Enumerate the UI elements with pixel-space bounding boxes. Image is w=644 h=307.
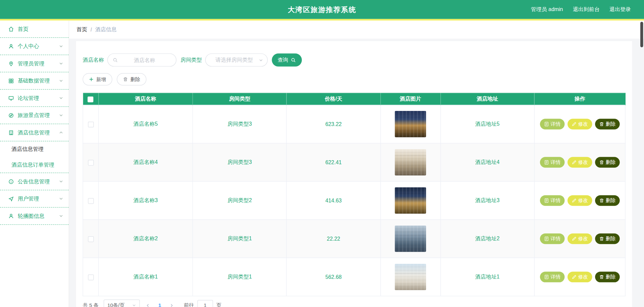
price-cell: 562.68 (286, 258, 380, 296)
hotel-image[interactable] (395, 226, 426, 252)
room-type-label: 房间类型 (180, 56, 202, 64)
search-form: 酒店名称 房间类型 请选择房间类型 查询 (83, 53, 625, 66)
edit-button[interactable]: 修改 (568, 157, 592, 168)
scrollbar[interactable] (640, 22, 643, 47)
batch-delete-button[interactable]: 删除 (117, 73, 146, 85)
row-delete-button[interactable]: 删除 (595, 271, 620, 282)
sidebar-item-forum-management[interactable]: 论坛管理 (0, 89, 69, 107)
sidebar-item-hotel-info-management[interactable]: 酒店信息管理 (0, 124, 69, 141)
hotel-image[interactable] (395, 149, 426, 175)
building-icon (8, 130, 14, 135)
sidebar-item-label: 个人中心 (18, 43, 55, 50)
hotel-name-cell: 酒店名称5 (99, 105, 193, 143)
chevron-down-icon (59, 78, 63, 83)
edit-button[interactable]: 修改 (568, 271, 592, 282)
hotel-name-label: 酒店名称 (83, 56, 104, 64)
grid-icon (8, 78, 14, 83)
detail-button[interactable]: 详情 (540, 157, 565, 168)
price-cell: 623.22 (286, 105, 380, 143)
column-header-actions: 操作 (534, 93, 625, 105)
trash-icon (599, 160, 604, 165)
row-delete-button[interactable]: 删除 (595, 233, 620, 244)
row-checkbox[interactable] (88, 160, 94, 166)
search-icon (291, 57, 296, 63)
column-header-image: 酒店图片 (380, 93, 440, 105)
edit-button[interactable]: 修改 (568, 119, 592, 129)
sidebar-item-label: 酒店信息管理 (18, 129, 55, 136)
table-row: 酒店名称5 房间类型3 623.22 酒店地址5 详情 修改 删除 (83, 105, 625, 143)
edit-button[interactable]: 修改 (568, 195, 592, 206)
hotel-image[interactable] (395, 111, 426, 137)
document-icon (544, 160, 549, 165)
detail-button[interactable]: 详情 (540, 233, 565, 244)
detail-button[interactable]: 详情 (540, 195, 565, 206)
query-button-label: 查询 (278, 56, 288, 64)
room-type-cell: 房间类型1 (193, 220, 287, 258)
sidebar-item-admin-management[interactable]: 管理员管理 (0, 55, 69, 72)
goto-label: 前往 (184, 302, 194, 307)
detail-button[interactable]: 详情 (540, 271, 565, 282)
room-type-select[interactable]: 请选择房间类型 (205, 53, 268, 66)
page-unit-label: 页 (216, 302, 221, 307)
row-delete-button[interactable]: 删除 (595, 157, 620, 168)
exit-to-front-link[interactable]: 退出到前台 (573, 6, 600, 13)
sidebar-item-scenic-spot-management[interactable]: 旅游景点管理 (0, 107, 69, 124)
query-button[interactable]: 查询 (272, 53, 302, 66)
row-checkbox[interactable] (88, 198, 94, 204)
sidebar-item-basic-data-management[interactable]: 基础数据管理 (0, 72, 69, 89)
sidebar-item-user-management[interactable]: 用户管理 (0, 190, 69, 207)
row-checkbox[interactable] (88, 236, 94, 242)
delete-button-label: 删除 (130, 76, 140, 83)
sidebar-item-personal-center[interactable]: 个人中心 (0, 38, 69, 55)
breadcrumb-home[interactable]: 首页 (76, 26, 87, 33)
hotel-address-cell: 酒店地址2 (440, 220, 534, 258)
sidebar: 首页 个人中心 管理员管理 基础数据管理 (0, 20, 69, 307)
hotel-name-input[interactable] (118, 57, 171, 63)
user-icon (8, 43, 14, 49)
prev-page-button[interactable] (143, 303, 153, 307)
home-icon (8, 26, 14, 32)
page-number-1[interactable]: 1 (156, 302, 164, 307)
row-checkbox[interactable] (88, 274, 94, 280)
room-type-cell: 房间类型3 (193, 143, 287, 181)
next-page-button[interactable] (167, 303, 176, 307)
price-cell: 414.63 (286, 181, 380, 220)
trash-icon (599, 198, 604, 203)
row-delete-button[interactable]: 删除 (595, 195, 620, 206)
sidebar-item-label: 公告信息管理 (18, 178, 55, 185)
trash-icon (599, 122, 604, 127)
document-icon (544, 198, 549, 203)
sidebar-item-label: 用户管理 (18, 195, 55, 202)
page-size-select[interactable]: 10条/页 (104, 300, 140, 307)
sidebar-item-carousel-info[interactable]: 轮播图信息 (0, 207, 69, 225)
hotel-name-cell: 酒店名称4 (99, 143, 193, 181)
logout-link[interactable]: 退出登录 (609, 6, 631, 13)
sidebar-subitem-hotel-info-management[interactable]: 酒店信息管理 (0, 141, 69, 157)
breadcrumb-separator: / (91, 26, 92, 33)
document-icon (544, 236, 549, 241)
hotel-address-cell: 酒店地址1 (440, 258, 534, 296)
sidebar-item-label: 基础数据管理 (18, 77, 55, 84)
row-delete-button[interactable]: 删除 (595, 119, 620, 129)
select-all-checkbox[interactable] (88, 97, 93, 102)
hotel-image[interactable] (395, 187, 426, 213)
row-actions: 详情 修改 删除 (535, 195, 625, 206)
hotel-image[interactable] (395, 264, 426, 290)
table-row: 酒店名称1 房间类型1 562.68 酒店地址1 详情 修改 删除 (83, 258, 625, 296)
goto-page-input[interactable] (197, 300, 213, 307)
row-actions: 详情 修改 删除 (535, 157, 625, 168)
hotel-address-cell: 酒店地址5 (440, 105, 534, 143)
sidebar-subitem-label: 酒店信息订单管理 (11, 161, 54, 169)
sidebar-subitem-hotel-order-management[interactable]: 酒店信息订单管理 (0, 157, 69, 173)
trash-icon (599, 236, 604, 241)
detail-button[interactable]: 详情 (540, 119, 565, 129)
row-checkbox[interactable] (88, 122, 94, 127)
main-content: 首页 / 酒店信息 酒店名称 房间类型 请选择房间类型 (69, 20, 644, 307)
content-panel: 酒店名称 房间类型 请选择房间类型 查询 (76, 41, 632, 307)
table-header-row: 酒店名称 房间类型 价格/天 酒店图片 酒店地址 操作 (83, 93, 625, 105)
edit-button[interactable]: 修改 (568, 233, 592, 244)
sidebar-item-announcement-management[interactable]: 公告信息管理 (0, 173, 69, 190)
table-row: 酒店名称2 房间类型1 22.22 酒店地址2 详情 修改 删除 (83, 220, 625, 258)
sidebar-item-home[interactable]: 首页 (0, 20, 69, 38)
add-button[interactable]: 新增 (83, 73, 112, 85)
